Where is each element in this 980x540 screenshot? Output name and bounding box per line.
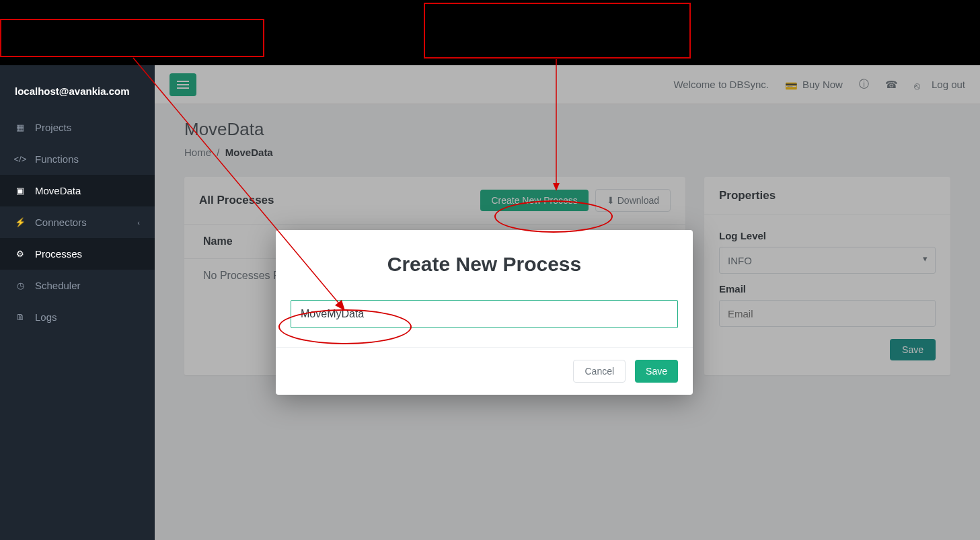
create-process-modal: Create New Process Cancel Save (276, 230, 693, 395)
sidebar-item-processes[interactable]: ⚙ Processes (0, 238, 155, 270)
projects-icon: ▦ (15, 122, 26, 133)
sidebar-user-email: localhost@avankia.com (0, 65, 155, 112)
obscured-top-region (0, 0, 980, 65)
modal-save-button[interactable]: Save (635, 360, 678, 383)
functions-icon: </> (15, 154, 26, 165)
chevron-left-icon: ‹ (137, 219, 140, 227)
sidebar-item-functions[interactable]: </> Functions (0, 143, 155, 175)
annotation-box-1 (0, 19, 264, 57)
sidebar-item-projects[interactable]: ▦ Projects (0, 112, 155, 143)
modal-cancel-button[interactable]: Cancel (573, 360, 626, 383)
sidebar-item-logs[interactable]: 🗎 Logs (0, 301, 155, 333)
connectors-icon: ⚡ (15, 217, 26, 228)
sidebar-item-label: Projects (35, 122, 71, 133)
annotation-box-2 (424, 3, 691, 59)
movedata-icon: ▣ (15, 186, 26, 196)
process-name-input[interactable] (291, 300, 678, 328)
modal-footer: Cancel Save (276, 347, 693, 395)
sidebar-item-label: MoveData (35, 185, 81, 196)
sidebar-item-scheduler[interactable]: ◷ Scheduler (0, 270, 155, 301)
scheduler-icon: ◷ (15, 280, 26, 291)
modal-title: Create New Process (276, 230, 693, 292)
sidebar-item-label: Connectors (35, 217, 87, 228)
sidebar-item-connectors[interactable]: ⚡ Connectors ‹ (0, 206, 155, 238)
sidebar-item-label: Logs (35, 311, 57, 323)
sidebar-item-movedata[interactable]: ▣ MoveData (0, 175, 155, 206)
modal-body (276, 292, 693, 347)
sidebar-item-label: Scheduler (35, 280, 81, 291)
sidebar-item-label: Processes (35, 248, 82, 260)
processes-icon: ⚙ (15, 249, 26, 260)
sidebar: localhost@avankia.com ▦ Projects </> Fun… (0, 65, 155, 540)
logs-icon: 🗎 (15, 312, 26, 323)
sidebar-item-label: Functions (35, 153, 79, 165)
